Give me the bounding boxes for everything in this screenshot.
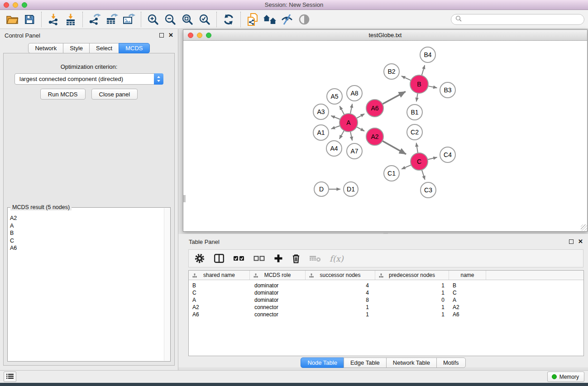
- add-column-icon[interactable]: [274, 254, 283, 263]
- graph-node-D[interactable]: D: [314, 182, 329, 196]
- open-session-icon[interactable]: [4, 11, 21, 28]
- table-cell[interactable]: 1: [375, 289, 449, 296]
- table-cell[interactable]: A: [449, 296, 486, 304]
- column-selector-icon[interactable]: [214, 253, 225, 264]
- export-table-icon[interactable]: [103, 11, 120, 28]
- table-cell[interactable]: dominator: [250, 296, 306, 304]
- graph-node-A[interactable]: A: [339, 114, 358, 132]
- zoom-selected-icon[interactable]: [196, 11, 213, 28]
- refresh-icon[interactable]: [220, 11, 237, 28]
- table-cell[interactable]: A6: [449, 311, 486, 318]
- graph-edge-B-B2[interactable]: [402, 76, 411, 80]
- graph-node-A7[interactable]: A7: [347, 143, 362, 159]
- zoom-fit-icon[interactable]: [179, 11, 196, 28]
- column-header[interactable]: MCDS role: [250, 271, 306, 280]
- table-row[interactable]: Bdominator41B: [189, 282, 583, 289]
- criterion-select[interactable]: largest connected component (directed): [14, 73, 163, 85]
- zoom-out-icon[interactable]: [162, 11, 179, 28]
- result-item[interactable]: B: [10, 229, 163, 237]
- graph-edge-C-C4[interactable]: [428, 157, 437, 160]
- select-all-icon[interactable]: [233, 254, 245, 262]
- graph-node-D1[interactable]: D1: [344, 182, 358, 196]
- graph-node-B4[interactable]: B4: [420, 47, 435, 62]
- graph-node-C2[interactable]: C2: [407, 124, 422, 140]
- memory-button[interactable]: Memory: [547, 372, 584, 382]
- graph-node-A2[interactable]: A2: [366, 128, 383, 145]
- graph-edge-A2-C[interactable]: [382, 141, 406, 154]
- table-cell[interactable]: connector: [250, 304, 306, 311]
- table-cell[interactable]: connector: [250, 311, 306, 318]
- network-window-titlebar[interactable]: testGlobe.txt: [183, 30, 587, 41]
- column-header[interactable]: successor nodes: [306, 271, 375, 280]
- export-image-icon[interactable]: [120, 11, 138, 28]
- graph-edge-B-B1[interactable]: [416, 93, 418, 101]
- tab-network[interactable]: Network: [28, 43, 63, 53]
- table-cell[interactable]: 0: [375, 296, 449, 304]
- table-cell[interactable]: 4: [306, 289, 375, 296]
- table-row[interactable]: A6connector11A6: [189, 311, 583, 318]
- table-cell[interactable]: 1: [306, 311, 375, 318]
- table-cell[interactable]: A6: [189, 311, 250, 318]
- graph-edge-B-B4[interactable]: [422, 65, 425, 75]
- search-input[interactable]: [464, 15, 580, 24]
- run-mcds-button[interactable]: Run MCDS: [40, 89, 86, 100]
- maximize-window-icon[interactable]: [22, 2, 27, 8]
- task-history-button[interactable]: [4, 372, 16, 382]
- delete-column-icon[interactable]: [292, 253, 301, 263]
- table-cell[interactable]: C: [449, 289, 486, 296]
- network-close-icon[interactable]: [188, 33, 193, 38]
- graph-node-B3[interactable]: B3: [440, 82, 455, 98]
- result-item[interactable]: A6: [10, 244, 163, 252]
- show-all-icon[interactable]: [296, 11, 313, 28]
- table-cell[interactable]: 4: [306, 282, 375, 289]
- table-cell[interactable]: A: [189, 296, 250, 304]
- graph-edge-A-A6[interactable]: [357, 114, 364, 119]
- deselect-all-icon[interactable]: [253, 254, 265, 262]
- table-cell[interactable]: 1: [375, 282, 449, 289]
- tab-node-table[interactable]: Node Table: [301, 357, 344, 368]
- table-row[interactable]: A2connector11A2: [189, 304, 583, 311]
- hide-selected-icon[interactable]: [278, 11, 296, 28]
- minimize-window-icon[interactable]: [13, 2, 18, 8]
- graph-node-A3[interactable]: A3: [313, 104, 329, 119]
- import-table-icon[interactable]: [62, 11, 79, 28]
- column-header[interactable]: name: [449, 271, 486, 280]
- table-row[interactable]: Adominator80A: [189, 296, 583, 304]
- table-cell[interactable]: 8: [306, 296, 375, 304]
- tab-motifs[interactable]: Motifs: [436, 357, 466, 368]
- vertical-scrollbar-fragment[interactable]: [183, 195, 186, 202]
- network-view[interactable]: B4B2BB3A5A8A6A3AB1A1A2C2A4A7C4CC1C3DD1: [183, 41, 587, 231]
- tab-edge-table[interactable]: Edge Table: [344, 357, 387, 368]
- graph-node-B[interactable]: B: [410, 75, 428, 93]
- network-maximize-icon[interactable]: [206, 33, 211, 38]
- first-neighbors-icon[interactable]: [261, 11, 278, 28]
- graph-edge-A-A2[interactable]: [357, 127, 364, 131]
- graph-node-A1[interactable]: A1: [313, 125, 329, 140]
- float-panel-icon[interactable]: [159, 33, 164, 38]
- close-table-panel-icon[interactable]: ✕: [578, 239, 583, 244]
- close-panel-button[interactable]: Close panel: [91, 89, 138, 100]
- table-cell[interactable]: 1: [306, 304, 375, 311]
- graph-edge-A-A3[interactable]: [331, 116, 340, 119]
- float-table-panel-icon[interactable]: [569, 239, 574, 244]
- graph-edge-A-A4[interactable]: [339, 131, 344, 139]
- close-panel-icon[interactable]: ✕: [168, 33, 173, 38]
- graph-node-C1[interactable]: C1: [384, 166, 399, 181]
- tab-mcds[interactable]: MCDS: [119, 43, 149, 53]
- graph-node-A8[interactable]: A8: [347, 86, 362, 101]
- graph-edge-B-B3[interactable]: [428, 86, 437, 88]
- graph-node-A5[interactable]: A5: [327, 89, 342, 104]
- network-minimize-icon[interactable]: [197, 33, 202, 38]
- gear-icon[interactable]: [194, 253, 205, 264]
- graph-node-C[interactable]: C: [411, 153, 428, 170]
- table-cell[interactable]: A2: [189, 304, 250, 311]
- table-cell[interactable]: dominator: [250, 282, 306, 289]
- result-item[interactable]: A2: [10, 214, 163, 222]
- graph-edge-C-C2[interactable]: [416, 143, 418, 153]
- graph-node-C4[interactable]: C4: [440, 147, 455, 162]
- import-network-icon[interactable]: [45, 11, 62, 28]
- table-cell[interactable]: dominator: [250, 289, 306, 296]
- graph-node-C3[interactable]: C3: [421, 182, 436, 198]
- new-network-from-selection-icon[interactable]: [244, 11, 261, 28]
- zoom-in-icon[interactable]: [144, 11, 162, 28]
